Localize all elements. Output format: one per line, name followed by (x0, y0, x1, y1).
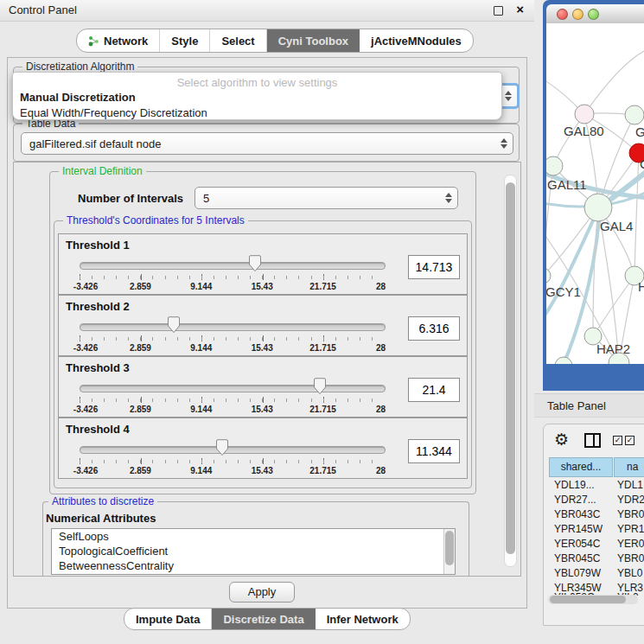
slider-thumb[interactable] (248, 255, 262, 272)
slider-track[interactable] (80, 385, 386, 392)
list-scrollbar[interactable] (443, 529, 455, 574)
threshold-3-label: Threshold 3 (66, 361, 130, 374)
cell: YDR2 (617, 494, 644, 506)
close-icon[interactable]: × (516, 2, 524, 16)
node-top-right[interactable] (625, 105, 644, 124)
node-gal80[interactable] (575, 105, 594, 124)
threshold-1-slider[interactable]: -3.426 2.859 9.144 15.43 21.715 28 (80, 257, 384, 291)
zoom-button[interactable] (588, 9, 599, 20)
scale-label: 28 (376, 466, 386, 475)
node-bottom-left[interactable] (555, 357, 572, 364)
scrollbar-thumb[interactable] (506, 182, 515, 554)
threshold-3-value-field[interactable] (408, 378, 460, 402)
close-button[interactable] (557, 9, 568, 20)
apply-button[interactable]: Apply (229, 582, 295, 603)
tab-discretize-data[interactable]: Discretize Data (212, 609, 315, 629)
bottom-tabbar: Impute Data Discretize Data Infer Networ… (124, 608, 411, 630)
column-header-name[interactable]: na (614, 457, 644, 477)
numerical-attributes-list[interactable]: SelfLoops TopologicalCoefficient Between… (51, 528, 456, 575)
tab-label: Network (104, 35, 148, 48)
cell: YER0 (617, 538, 644, 550)
dropdown-option-manual[interactable]: Manual Discretization (13, 90, 501, 105)
top-tabbar: Network Style Select Cyni Toolbox jActiv… (76, 29, 474, 53)
table-row[interactable]: YDR27...YDR2 (547, 494, 644, 508)
tab-select[interactable]: Select (210, 29, 266, 52)
slider-track[interactable] (80, 323, 386, 331)
attributes-section-title: Attributes to discretize (48, 495, 157, 507)
network-graph: GAL80 G C GAL11 GAL4 GCY1 H HAP2 (546, 23, 644, 364)
cell: YDL1 (617, 479, 643, 491)
tab-jactivemnodules[interactable]: jActiveMNodules (360, 29, 473, 52)
dropdown-option-equal-width[interactable]: Equal Width/Frequency Discretization (13, 105, 501, 121)
slider-minor-ticks (80, 399, 384, 402)
list-item[interactable]: BetweennessCentrality (52, 558, 455, 573)
scale-label: 21.715 (309, 405, 336, 414)
cell: YBR043C (554, 508, 600, 520)
table-data-combobox[interactable]: galFiltered.sif default node (21, 132, 513, 155)
table-row[interactable]: YPR145WYPR1 (547, 523, 644, 538)
scale-label: 9.144 (190, 282, 212, 291)
node-label-gal4: GAL4 (600, 219, 633, 233)
table-row[interactable]: YBL079WYBL0 (547, 567, 644, 582)
split-view-icon[interactable] (584, 433, 601, 448)
slider-thumb[interactable] (167, 316, 181, 334)
cell: YBR0 (617, 552, 644, 564)
node-label-partial-g: G (635, 124, 644, 139)
tab-style[interactable]: Style (160, 29, 210, 52)
cell: YDR27... (554, 494, 596, 506)
float-window-icon[interactable] (494, 6, 503, 16)
tab-label: Impute Data (136, 613, 200, 626)
slider-track[interactable] (80, 446, 386, 454)
table-data-section: Table Data galFiltered.sif default node (13, 124, 520, 162)
network-window-titlebar[interactable] (546, 4, 644, 24)
tab-network[interactable]: Network (77, 29, 160, 52)
network-canvas[interactable]: GAL80 G C GAL11 GAL4 GCY1 H HAP2 (546, 23, 644, 364)
slider-minor-ticks (80, 460, 384, 463)
tab-label: Discretize Data (223, 613, 303, 626)
cell: YDL19... (554, 479, 595, 491)
checkbox-icon[interactable]: ✓ (613, 436, 622, 445)
thresholds-section-title: Threshold's Coordinates for 5 Intervals (63, 214, 248, 226)
threshold-4-slider[interactable]: -3.426 2.859 9.144 15.43 21.715 28 (80, 441, 384, 475)
tab-label: Style (171, 35, 198, 48)
settings-scrollbar[interactable] (504, 175, 517, 567)
checkbox-icon[interactable]: ✓ (625, 436, 634, 445)
table-row[interactable]: YBR043CYBR0 (547, 508, 644, 523)
attributes-section: Attributes to discretize Numerical Attri… (42, 501, 469, 577)
threshold-3-slider[interactable]: -3.426 2.859 9.144 15.43 21.715 28 (80, 379, 384, 414)
cell: YBR0 (617, 508, 644, 520)
table-row[interactable]: YBR045CYBR0 (547, 552, 644, 567)
threshold-2-slider[interactable]: -3.426 2.859 9.144 15.43 21.715 28 (80, 318, 384, 353)
slider-thumb[interactable] (313, 378, 327, 395)
dropdown-placeholder: Select algorithm to view settings (13, 73, 501, 90)
node-gal11[interactable] (546, 156, 563, 175)
tab-impute-data[interactable]: Impute Data (124, 609, 212, 629)
list-item[interactable]: TopologicalCoefficient (52, 544, 455, 558)
list-item[interactable]: SelfLoops (52, 529, 455, 544)
slider-track[interactable] (80, 262, 386, 270)
scrollbar-thumb[interactable] (550, 596, 626, 603)
threshold-4-value-field[interactable] (408, 439, 460, 463)
node-gcy1[interactable] (546, 268, 551, 284)
table-row[interactable]: YDL19...YDL1 (547, 479, 644, 494)
column-header-shared-name[interactable]: shared... (549, 457, 613, 477)
control-panel-window: Control Panel × Network Style Select (0, 0, 534, 644)
tab-cyni-toolbox[interactable]: Cyni Toolbox (267, 29, 360, 52)
scrollbar-thumb[interactable] (445, 531, 454, 565)
number-of-intervals-combobox[interactable]: 5 (194, 187, 458, 209)
thresholds-section: Threshold's Coordinates for 5 Intervals … (54, 220, 472, 488)
node-gal4[interactable] (584, 194, 612, 221)
scale-label: -3.426 (73, 343, 98, 353)
threshold-1-value-field[interactable] (408, 255, 460, 279)
table-horizontal-scrollbar[interactable] (548, 595, 638, 604)
threshold-2-value-field[interactable] (408, 316, 460, 341)
tab-infer-network[interactable]: Infer Network (316, 609, 410, 629)
slider-scale: -3.426 2.859 9.144 15.43 21.715 28 (80, 282, 384, 292)
scale-label: 9.144 (190, 405, 212, 414)
minimize-button[interactable] (572, 9, 583, 20)
table-row[interactable]: YER054CYER0 (547, 538, 644, 552)
apply-button-label: Apply (248, 585, 277, 598)
gear-icon[interactable]: ⚙ (554, 430, 569, 450)
number-of-intervals-label: Number of Intervals (78, 192, 183, 205)
slider-thumb[interactable] (215, 439, 229, 456)
